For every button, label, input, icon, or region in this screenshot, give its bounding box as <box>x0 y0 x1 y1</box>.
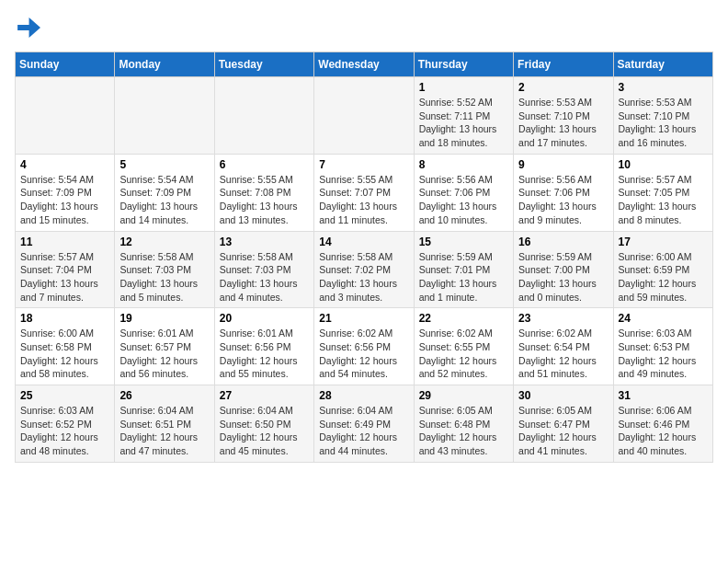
day-cell: 5Sunrise: 5:54 AM Sunset: 7:09 PM Daylig… <box>115 154 214 231</box>
day-cell: 13Sunrise: 5:58 AM Sunset: 7:03 PM Dayli… <box>214 231 313 308</box>
day-number: 17 <box>619 236 708 248</box>
day-cell <box>214 77 313 155</box>
week-row-1: 1Sunrise: 5:52 AM Sunset: 7:11 PM Daylig… <box>16 77 713 155</box>
day-number: 13 <box>220 236 309 248</box>
day-number: 25 <box>20 389 109 402</box>
week-row-2: 4Sunrise: 5:54 AM Sunset: 7:09 PM Daylig… <box>16 154 713 231</box>
day-info: Sunrise: 5:54 AM Sunset: 7:09 PM Dayligh… <box>20 173 109 227</box>
day-cell: 12Sunrise: 5:58 AM Sunset: 7:03 PM Dayli… <box>115 231 214 308</box>
header-cell-saturday: Saturday <box>613 52 712 77</box>
day-cell: 26Sunrise: 6:04 AM Sunset: 6:51 PM Dayli… <box>115 385 214 463</box>
day-info: Sunrise: 5:58 AM Sunset: 7:03 PM Dayligh… <box>220 250 309 304</box>
day-number: 29 <box>419 389 508 402</box>
day-number: 12 <box>119 236 209 248</box>
day-number: 20 <box>220 312 309 325</box>
day-number: 2 <box>518 81 608 94</box>
day-info: Sunrise: 5:56 AM Sunset: 7:06 PM Dayligh… <box>518 173 608 227</box>
day-number: 9 <box>518 158 608 171</box>
day-info: Sunrise: 5:57 AM Sunset: 7:04 PM Dayligh… <box>20 250 109 304</box>
day-info: Sunrise: 5:53 AM Sunset: 7:10 PM Dayligh… <box>619 96 708 150</box>
day-cell: 23Sunrise: 6:02 AM Sunset: 6:54 PM Dayli… <box>514 308 613 385</box>
day-cell <box>16 77 115 155</box>
day-number: 28 <box>319 389 408 402</box>
day-cell: 18Sunrise: 6:00 AM Sunset: 6:58 PM Dayli… <box>16 308 115 385</box>
day-cell: 28Sunrise: 6:04 AM Sunset: 6:49 PM Dayli… <box>314 385 414 463</box>
day-cell: 22Sunrise: 6:02 AM Sunset: 6:55 PM Dayli… <box>414 308 513 385</box>
page-header <box>15 15 713 40</box>
day-cell <box>314 77 414 155</box>
day-cell: 7Sunrise: 5:55 AM Sunset: 7:07 PM Daylig… <box>314 154 414 231</box>
day-cell: 25Sunrise: 6:03 AM Sunset: 6:52 PM Dayli… <box>16 385 115 463</box>
logo-icon <box>15 15 40 40</box>
day-number: 4 <box>20 158 109 171</box>
day-info: Sunrise: 6:06 AM Sunset: 6:46 PM Dayligh… <box>619 404 708 458</box>
day-number: 11 <box>20 236 109 248</box>
day-info: Sunrise: 6:04 AM Sunset: 6:51 PM Dayligh… <box>119 404 209 458</box>
calendar-table: SundayMondayTuesdayWednesdayThursdayFrid… <box>15 52 713 463</box>
day-info: Sunrise: 5:58 AM Sunset: 7:02 PM Dayligh… <box>319 250 408 304</box>
day-cell: 2Sunrise: 5:53 AM Sunset: 7:10 PM Daylig… <box>514 77 613 155</box>
day-cell: 27Sunrise: 6:04 AM Sunset: 6:50 PM Dayli… <box>214 385 313 463</box>
day-info: Sunrise: 6:03 AM Sunset: 6:52 PM Dayligh… <box>20 404 109 458</box>
day-number: 15 <box>419 236 508 248</box>
day-number: 6 <box>220 158 309 171</box>
day-cell: 6Sunrise: 5:55 AM Sunset: 7:08 PM Daylig… <box>214 154 313 231</box>
header-cell-wednesday: Wednesday <box>314 52 414 77</box>
day-cell: 20Sunrise: 6:01 AM Sunset: 6:56 PM Dayli… <box>214 308 313 385</box>
day-info: Sunrise: 6:01 AM Sunset: 6:56 PM Dayligh… <box>220 327 309 381</box>
logo[interactable] <box>15 15 44 40</box>
day-number: 16 <box>518 236 608 248</box>
header-cell-monday: Monday <box>115 52 214 77</box>
day-info: Sunrise: 6:00 AM Sunset: 6:59 PM Dayligh… <box>619 250 708 304</box>
day-info: Sunrise: 5:54 AM Sunset: 7:09 PM Dayligh… <box>119 173 209 227</box>
week-row-5: 25Sunrise: 6:03 AM Sunset: 6:52 PM Dayli… <box>16 385 713 463</box>
day-number: 8 <box>419 158 508 171</box>
day-number: 30 <box>518 389 608 402</box>
week-row-3: 11Sunrise: 5:57 AM Sunset: 7:04 PM Dayli… <box>16 231 713 308</box>
week-row-4: 18Sunrise: 6:00 AM Sunset: 6:58 PM Dayli… <box>16 308 713 385</box>
day-info: Sunrise: 6:04 AM Sunset: 6:50 PM Dayligh… <box>220 404 309 458</box>
day-number: 14 <box>319 236 408 248</box>
day-info: Sunrise: 6:05 AM Sunset: 6:47 PM Dayligh… <box>518 404 608 458</box>
day-number: 5 <box>119 158 209 171</box>
day-cell: 3Sunrise: 5:53 AM Sunset: 7:10 PM Daylig… <box>613 77 712 155</box>
day-cell: 17Sunrise: 6:00 AM Sunset: 6:59 PM Dayli… <box>613 231 712 308</box>
day-number: 27 <box>220 389 309 402</box>
day-cell: 21Sunrise: 6:02 AM Sunset: 6:56 PM Dayli… <box>314 308 414 385</box>
calendar-header: SundayMondayTuesdayWednesdayThursdayFrid… <box>16 52 713 77</box>
header-row: SundayMondayTuesdayWednesdayThursdayFrid… <box>16 52 713 77</box>
day-cell <box>115 77 214 155</box>
day-info: Sunrise: 6:02 AM Sunset: 6:54 PM Dayligh… <box>518 327 608 381</box>
day-cell: 30Sunrise: 6:05 AM Sunset: 6:47 PM Dayli… <box>514 385 613 463</box>
day-cell: 16Sunrise: 5:59 AM Sunset: 7:00 PM Dayli… <box>514 231 613 308</box>
day-cell: 10Sunrise: 5:57 AM Sunset: 7:05 PM Dayli… <box>613 154 712 231</box>
day-info: Sunrise: 5:56 AM Sunset: 7:06 PM Dayligh… <box>419 173 508 227</box>
day-info: Sunrise: 5:55 AM Sunset: 7:08 PM Dayligh… <box>220 173 309 227</box>
day-number: 22 <box>419 312 508 325</box>
header-cell-sunday: Sunday <box>16 52 115 77</box>
day-info: Sunrise: 5:59 AM Sunset: 7:01 PM Dayligh… <box>419 250 508 304</box>
day-number: 10 <box>619 158 708 171</box>
header-cell-friday: Friday <box>514 52 613 77</box>
calendar-body: 1Sunrise: 5:52 AM Sunset: 7:11 PM Daylig… <box>16 77 713 463</box>
day-info: Sunrise: 5:52 AM Sunset: 7:11 PM Dayligh… <box>419 96 508 150</box>
day-cell: 9Sunrise: 5:56 AM Sunset: 7:06 PM Daylig… <box>514 154 613 231</box>
day-info: Sunrise: 6:01 AM Sunset: 6:57 PM Dayligh… <box>119 327 209 381</box>
day-cell: 15Sunrise: 5:59 AM Sunset: 7:01 PM Dayli… <box>414 231 513 308</box>
day-info: Sunrise: 5:55 AM Sunset: 7:07 PM Dayligh… <box>319 173 408 227</box>
day-cell: 19Sunrise: 6:01 AM Sunset: 6:57 PM Dayli… <box>115 308 214 385</box>
day-cell: 11Sunrise: 5:57 AM Sunset: 7:04 PM Dayli… <box>16 231 115 308</box>
day-info: Sunrise: 6:02 AM Sunset: 6:56 PM Dayligh… <box>319 327 408 381</box>
day-info: Sunrise: 6:00 AM Sunset: 6:58 PM Dayligh… <box>20 327 109 381</box>
day-number: 23 <box>518 312 608 325</box>
day-info: Sunrise: 5:57 AM Sunset: 7:05 PM Dayligh… <box>619 173 708 227</box>
day-info: Sunrise: 5:58 AM Sunset: 7:03 PM Dayligh… <box>119 250 209 304</box>
day-info: Sunrise: 6:02 AM Sunset: 6:55 PM Dayligh… <box>419 327 508 381</box>
day-info: Sunrise: 6:03 AM Sunset: 6:53 PM Dayligh… <box>619 327 708 381</box>
day-info: Sunrise: 6:05 AM Sunset: 6:48 PM Dayligh… <box>419 404 508 458</box>
day-cell: 24Sunrise: 6:03 AM Sunset: 6:53 PM Dayli… <box>613 308 712 385</box>
day-number: 7 <box>319 158 408 171</box>
day-info: Sunrise: 6:04 AM Sunset: 6:49 PM Dayligh… <box>319 404 408 458</box>
header-cell-thursday: Thursday <box>414 52 513 77</box>
day-cell: 4Sunrise: 5:54 AM Sunset: 7:09 PM Daylig… <box>16 154 115 231</box>
